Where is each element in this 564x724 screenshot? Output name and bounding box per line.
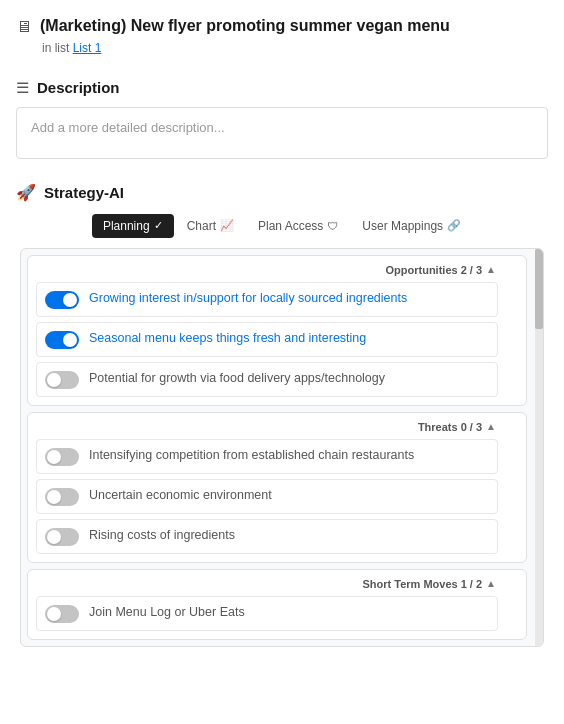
monitor-icon: 🖥 (16, 18, 32, 36)
toggle-knob (47, 373, 61, 387)
description-placeholder: Add a more detailed description... (31, 120, 225, 135)
page-container: 🖥 (Marketing) New flyer promoting summer… (0, 0, 564, 724)
opp3-text: Potential for growth via food delivery a… (89, 370, 489, 388)
toggle-opp1[interactable] (45, 291, 79, 309)
description-header: ☰ Description (16, 79, 548, 97)
opportunities-header: Opportunities 2 / 3 ▲ (36, 264, 498, 276)
tab-planning[interactable]: Planning ✓ (92, 214, 174, 238)
strategy-section: 🚀 Strategy-AI Planning ✓ Chart 📈 Plan Ac… (0, 171, 564, 647)
toggle-stm1[interactable] (45, 605, 79, 623)
short-term-label: Short Term Moves 1 / 2 (362, 578, 482, 590)
title-row: 🖥 (Marketing) New flyer promoting summer… (16, 16, 548, 37)
short-term-group: Short Term Moves 1 / 2 ▲ Join Menu Log o… (27, 569, 527, 640)
list-item: Uncertain economic environment (36, 479, 498, 514)
list-prefix: in list (42, 41, 69, 55)
threats-header: Threats 0 / 3 ▲ (36, 421, 498, 433)
toggle-knob (47, 607, 61, 621)
toggle-knob (63, 293, 77, 307)
list-reference: in list List 1 (16, 41, 548, 55)
tabs-bar: Planning ✓ Chart 📈 Plan Access 🛡 User Ma… (16, 214, 548, 238)
strategy-title: Strategy-AI (44, 184, 124, 201)
description-input[interactable]: Add a more detailed description... (16, 107, 548, 159)
toggle-opp3[interactable] (45, 371, 79, 389)
list-item: Growing interest in/support for locally … (36, 282, 498, 317)
list-item: Rising costs of ingredients (36, 519, 498, 554)
scrollbar-track[interactable] (535, 249, 543, 646)
stm1-text: Join Menu Log or Uber Eats (89, 604, 489, 622)
toggle-knob (63, 333, 77, 347)
toggle-knob (47, 530, 61, 544)
planning-label: Planning (103, 219, 150, 233)
link-icon: 🔗 (447, 219, 461, 232)
opportunities-chevron[interactable]: ▲ (486, 264, 496, 275)
toggle-knob (47, 450, 61, 464)
toggle-opp2[interactable] (45, 331, 79, 349)
strategy-header: 🚀 Strategy-AI (16, 183, 548, 202)
rocket-icon: 🚀 (16, 183, 36, 202)
chart-icon: 📈 (220, 219, 234, 232)
planning-check-icon: ✓ (154, 219, 163, 232)
opportunities-label: Opportunities 2 / 3 (386, 264, 483, 276)
threats-label: Threats 0 / 3 (418, 421, 482, 433)
chart-label: Chart (187, 219, 216, 233)
shield-icon: 🛡 (327, 220, 338, 232)
threats-chevron[interactable]: ▲ (486, 421, 496, 432)
list-item: Intensifying competition from establishe… (36, 439, 498, 474)
description-title: Description (37, 79, 120, 96)
header-section: 🖥 (Marketing) New flyer promoting summer… (0, 16, 564, 67)
description-section: ☰ Description Add a more detailed descri… (0, 67, 564, 171)
short-term-header: Short Term Moves 1 / 2 ▲ (36, 578, 498, 590)
toggle-thr1[interactable] (45, 448, 79, 466)
toggle-thr2[interactable] (45, 488, 79, 506)
list-link[interactable]: List 1 (73, 41, 102, 55)
page-title: (Marketing) New flyer promoting summer v… (40, 16, 450, 37)
list-item: Seasonal menu keeps things fresh and int… (36, 322, 498, 357)
opp2-text: Seasonal menu keeps things fresh and int… (89, 330, 489, 348)
tab-user-mappings[interactable]: User Mappings 🔗 (351, 214, 472, 238)
threats-group: Threats 0 / 3 ▲ Intensifying competition… (27, 412, 527, 563)
content-panel: Opportunities 2 / 3 ▲ Growing interest i… (20, 248, 544, 647)
list-item: Join Menu Log or Uber Eats (36, 596, 498, 631)
list-item: Potential for growth via food delivery a… (36, 362, 498, 397)
opp1-text: Growing interest in/support for locally … (89, 290, 489, 308)
thr1-text: Intensifying competition from establishe… (89, 447, 489, 465)
tab-chart[interactable]: Chart 📈 (176, 214, 245, 238)
plan-access-label: Plan Access (258, 219, 323, 233)
thr2-text: Uncertain economic environment (89, 487, 489, 505)
toggle-knob (47, 490, 61, 504)
tab-plan-access[interactable]: Plan Access 🛡 (247, 214, 349, 238)
toggle-thr3[interactable] (45, 528, 79, 546)
opportunities-group: Opportunities 2 / 3 ▲ Growing interest i… (27, 255, 527, 406)
description-icon: ☰ (16, 79, 29, 97)
user-mappings-label: User Mappings (362, 219, 443, 233)
short-term-chevron[interactable]: ▲ (486, 578, 496, 589)
thr3-text: Rising costs of ingredients (89, 527, 489, 545)
scrollbar-thumb[interactable] (535, 249, 543, 329)
